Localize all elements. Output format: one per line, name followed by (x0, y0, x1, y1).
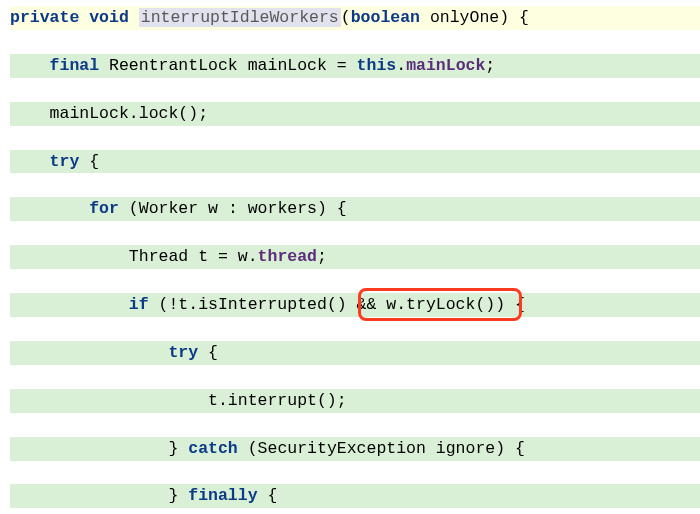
id-w: w (208, 199, 218, 218)
lbrace: { (89, 152, 99, 171)
keyword-private: private (10, 8, 79, 27)
code-line: Thread t = w.thread; (10, 245, 700, 269)
code-block: private void interruptIdleWorkers(boolea… (10, 6, 700, 514)
dot: . (129, 104, 139, 123)
lbrace: { (208, 343, 218, 362)
rparen: ) (499, 8, 509, 27)
id-mainLock: mainLock (248, 56, 327, 75)
semi: ; (198, 104, 208, 123)
code-line: t.interrupt(); (10, 389, 700, 413)
keyword-if: if (129, 295, 149, 314)
lbrace: { (515, 295, 525, 314)
code-line: private void interruptIdleWorkers(boolea… (10, 6, 700, 30)
rbrace: } (168, 439, 178, 458)
rparen: ) (495, 295, 505, 314)
eq: = (327, 56, 357, 75)
id-workers: workers (248, 199, 317, 218)
lparen: ( (129, 199, 139, 218)
catch-arg: (SecurityException ignore) (248, 439, 505, 458)
code-line: try { (10, 341, 700, 365)
lparen: ( (341, 8, 351, 27)
eq: = (208, 247, 238, 266)
type-ReentrantLock: ReentrantLock (109, 56, 238, 75)
code-line: } catch (SecurityException ignore) { (10, 437, 700, 461)
param-onlyOne: onlyOne (430, 8, 499, 27)
keyword-this: this (357, 56, 397, 75)
keyword-finally: finally (188, 486, 257, 505)
type-Worker: Worker (139, 199, 198, 218)
method-name: interruptIdleWorkers (139, 8, 341, 27)
rparen: ) (317, 199, 327, 218)
code-line-if: if (!t.isInterrupted() && w.tryLock()) { (10, 293, 700, 317)
lbrace: { (519, 8, 529, 27)
expr-notInterrupted: !t.isInterrupted() (168, 295, 346, 314)
code-line: } finally { (10, 484, 700, 508)
dot: . (396, 56, 406, 75)
lbrace: { (515, 439, 525, 458)
code-line: try { (10, 150, 700, 174)
keyword-for: for (89, 199, 119, 218)
field-mainLock: mainLock (406, 56, 485, 75)
lparen: ( (159, 295, 169, 314)
keyword-catch: catch (188, 439, 238, 458)
dot: . (248, 247, 258, 266)
semi: ; (317, 247, 327, 266)
code-snippet: private void interruptIdleWorkers(boolea… (0, 0, 700, 514)
field-thread: thread (258, 247, 317, 266)
call-interrupt: t.interrupt(); (208, 391, 347, 410)
keyword-try: try (50, 152, 80, 171)
op-and: && (347, 295, 387, 314)
id-t: t (198, 247, 208, 266)
keyword-void: void (89, 8, 129, 27)
semi: ; (485, 56, 495, 75)
id-mainLock2: mainLock (50, 104, 129, 123)
keyword-final: final (50, 56, 100, 75)
lbrace: { (267, 486, 277, 505)
code-line: mainLock.lock(); (10, 102, 700, 126)
rbrace: } (168, 486, 178, 505)
id-w2: w (238, 247, 248, 266)
keyword-try: try (168, 343, 198, 362)
expr-tryLock: w.tryLock() (386, 295, 495, 314)
code-line: final ReentrantLock mainLock = this.main… (10, 54, 700, 78)
type-Thread: Thread (129, 247, 188, 266)
colon: : (218, 199, 248, 218)
call-lock: lock() (139, 104, 198, 123)
keyword-boolean: boolean (351, 8, 420, 27)
code-line: for (Worker w : workers) { (10, 197, 700, 221)
lbrace: { (337, 199, 347, 218)
